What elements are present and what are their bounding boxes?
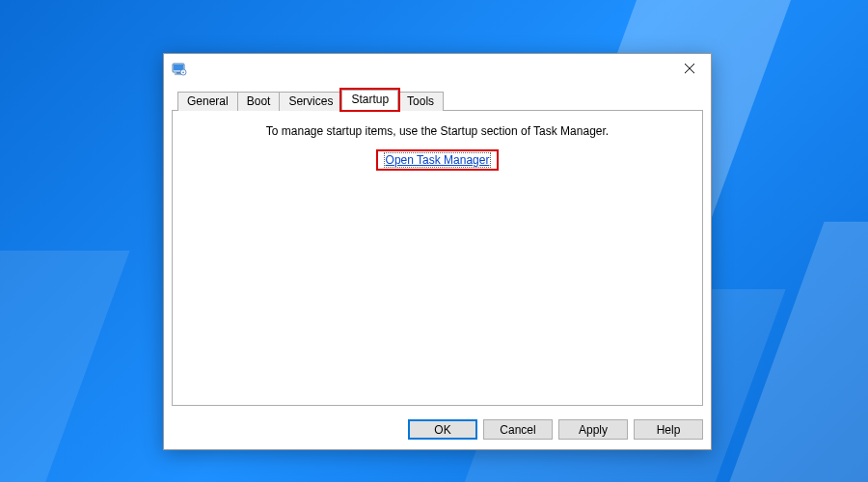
cancel-button[interactable]: Cancel xyxy=(483,419,553,440)
svg-rect-2 xyxy=(176,72,180,74)
button-bar: OK Cancel Apply Help xyxy=(164,414,711,449)
tab-content: To manage startup items, use the Startup… xyxy=(172,111,703,406)
help-button[interactable]: Help xyxy=(634,419,703,440)
close-button[interactable] xyxy=(667,54,711,83)
msconfig-window: General Boot Services Startup Tools To m… xyxy=(163,53,712,450)
tab-tools[interactable]: Tools xyxy=(397,92,444,111)
open-task-manager-link[interactable]: Open Task Manager xyxy=(384,152,492,168)
ok-button[interactable]: OK xyxy=(408,419,477,440)
app-icon xyxy=(172,61,187,76)
desktop-background: General Boot Services Startup Tools To m… xyxy=(0,0,868,482)
tab-boot[interactable]: Boot xyxy=(237,92,281,111)
annotation-highlight-link: Open Task Manager xyxy=(378,151,498,169)
tab-startup[interactable]: Startup xyxy=(341,90,398,110)
tab-services[interactable]: Services xyxy=(279,92,342,111)
tab-row: General Boot Services Startup Tools xyxy=(172,89,703,111)
titlebar[interactable] xyxy=(164,54,711,83)
startup-hint-text: To manage startup items, use the Startup… xyxy=(182,124,692,138)
apply-button[interactable]: Apply xyxy=(558,419,628,440)
tab-general[interactable]: General xyxy=(177,92,238,111)
